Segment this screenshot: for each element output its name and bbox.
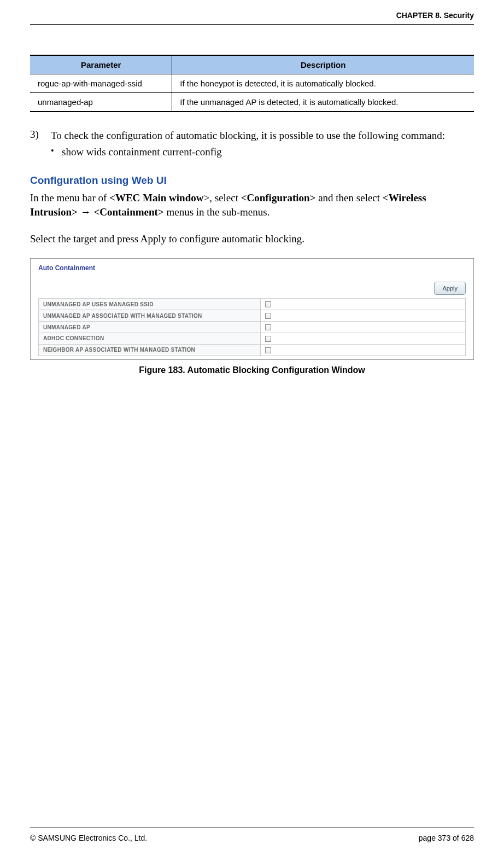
step-text: To check the configuration of automatic … <box>51 129 474 143</box>
auto-containment-panel: Auto Containment Apply UNMANAGED AP USES… <box>30 258 474 359</box>
text-bold: <Configuration> <box>241 192 316 203</box>
option-label: UNMANAGED AP USES MANAGED SSID <box>39 299 261 310</box>
option-check-cell <box>261 299 466 310</box>
bullet-text: show wids containment current-config <box>62 146 222 158</box>
option-check-cell <box>261 322 466 333</box>
th-parameter: Parameter <box>30 55 172 74</box>
checkbox-icon[interactable] <box>265 313 271 319</box>
desc-cell: If the unmanaged AP is detected, it is a… <box>172 93 474 112</box>
parameter-table: Parameter Description rogue-ap-with-mana… <box>30 55 474 112</box>
option-row: NEIGHBOR AP ASSOCIATED WITH MANAGED STAT… <box>39 344 466 356</box>
option-label: NEIGHBOR AP ASSOCIATED WITH MANAGED STAT… <box>39 344 261 356</box>
option-label: ADHOC CONNECTION <box>39 333 261 344</box>
checkbox-icon[interactable] <box>265 324 271 330</box>
step-3-bullet: • show wids containment current-config <box>51 146 474 158</box>
option-row: UNMANAGED AP <box>39 322 466 333</box>
option-label: UNMANAGED AP <box>39 322 261 333</box>
text-bold: <WEC Main window <box>109 192 203 203</box>
page-content: Parameter Description rogue-ap-with-mana… <box>30 55 474 828</box>
page-number: page 373 of 628 <box>419 834 474 842</box>
option-row: UNMANAGED AP USES MANAGED SSID <box>39 299 466 310</box>
section-heading: Configuration using Web UI <box>30 174 474 187</box>
step-number: 3) <box>30 129 51 143</box>
table-row: rogue-ap-with-managed-ssid If the honeyp… <box>30 74 474 93</box>
param-cell: rogue-ap-with-managed-ssid <box>30 74 172 93</box>
text-bold: <Containment> <box>93 206 163 218</box>
checkbox-icon[interactable] <box>265 347 271 353</box>
containment-options-table: UNMANAGED AP USES MANAGED SSID UNMANAGED… <box>38 298 466 356</box>
option-label: UNMANAGED AP ASSOCIATED WITH MANAGED STA… <box>39 310 261 322</box>
option-row: UNMANAGED AP ASSOCIATED WITH MANAGED STA… <box>39 310 466 322</box>
panel-title: Auto Containment <box>38 264 466 272</box>
text-fragment: In the menu bar of <box>30 192 109 203</box>
option-check-cell <box>261 310 466 322</box>
option-check-cell <box>261 333 466 344</box>
step-3: 3) To check the configuration of automat… <box>30 129 474 143</box>
th-description: Description <box>172 55 474 74</box>
option-check-cell <box>261 344 466 356</box>
desc-cell: If the honeypot is detected, it is autom… <box>172 74 474 93</box>
chapter-title: CHAPTER 8. Security <box>396 11 474 20</box>
bullet-icon: • <box>51 146 62 158</box>
copyright-text: © SAMSUNG Electronics Co., Ltd. <box>30 834 147 842</box>
page-header: CHAPTER 8. Security <box>30 0 474 25</box>
arrow-icon: → <box>78 206 94 218</box>
text-fragment: and then select <box>315 192 382 203</box>
text-fragment: >, select <box>203 192 241 203</box>
section-paragraph-1: In the menu bar of <WEC Main window>, se… <box>30 191 474 220</box>
checkbox-icon[interactable] <box>265 301 271 307</box>
apply-button[interactable]: Apply <box>434 282 466 295</box>
page-footer: © SAMSUNG Electronics Co., Ltd. page 373… <box>30 828 474 856</box>
param-cell: unmanaged-ap <box>30 93 172 112</box>
checkbox-icon[interactable] <box>265 336 271 342</box>
table-row: unmanaged-ap If the unmanaged AP is dete… <box>30 93 474 112</box>
text-fragment: menus in the sub-menus. <box>164 206 270 218</box>
section-paragraph-2: Select the target and press Apply to con… <box>30 232 474 247</box>
apply-row: Apply <box>38 282 466 295</box>
figure-caption: Figure 183. Automatic Blocking Configura… <box>30 365 474 375</box>
option-row: ADHOC CONNECTION <box>39 333 466 344</box>
